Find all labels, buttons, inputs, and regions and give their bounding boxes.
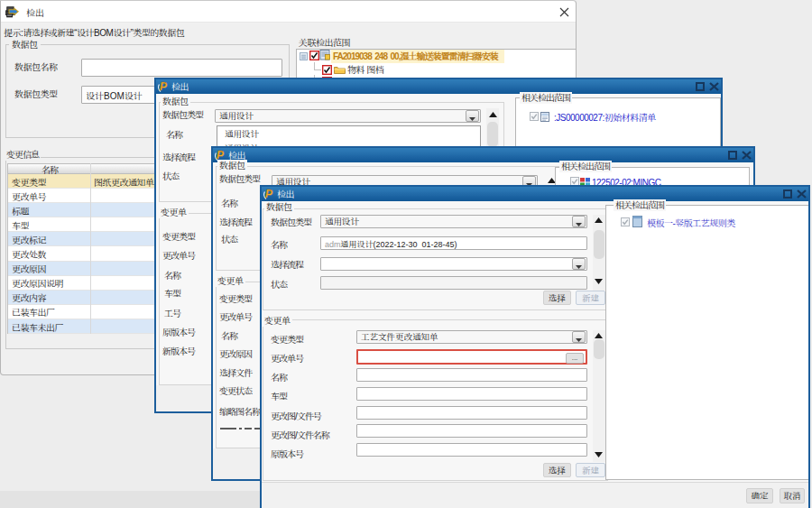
svg-text:P: P: [160, 80, 168, 93]
svg-text:P: P: [265, 188, 273, 200]
